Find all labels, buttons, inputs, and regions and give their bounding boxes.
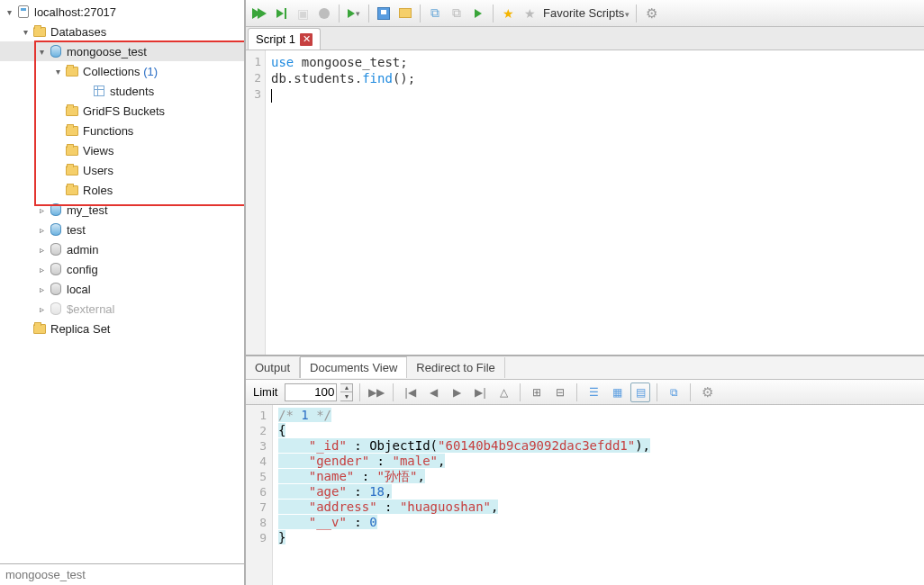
line-num: 4 [246, 454, 267, 469]
code-text: (); [393, 71, 415, 86]
chevron-right-icon[interactable]: ▹ [36, 284, 47, 294]
favorites-dropdown[interactable]: Favorite Scripts▾ [541, 6, 631, 20]
next-page-icon[interactable]: ▶ [447, 382, 467, 402]
json-view-icon[interactable]: ▤ [630, 382, 650, 402]
run-all-button[interactable] [249, 4, 269, 23]
star-off-icon[interactable]: ★ [520, 4, 539, 23]
tree-db-external[interactable]: ▹ $external [0, 299, 244, 319]
chevron-down-icon[interactable]: ▾ [4, 6, 14, 17]
folder-icon [65, 123, 79, 138]
tab-script-1[interactable]: Script 1 ✕ [248, 28, 321, 50]
gear-icon[interactable]: ⚙ [697, 382, 717, 402]
star-on-icon[interactable]: ★ [498, 4, 518, 23]
run-profile-button[interactable]: ▾ [344, 4, 364, 23]
tree-view-icon[interactable]: ☰ [584, 382, 603, 402]
sidebar: ▾ localhost:27017 ▾ Databases ▾ mongoose… [0, 0, 246, 585]
db-tree[interactable]: ▾ localhost:27017 ▾ Databases ▾ mongoose… [0, 0, 244, 563]
tree-db-mongoose-test[interactable]: ▾ mongoose_test [0, 41, 244, 61]
json-sep: : ObjectId( [347, 438, 438, 453]
json-key: "gender" [309, 454, 369, 468]
chevron-right-icon[interactable]: ▹ [36, 224, 47, 235]
json-sep: : [347, 515, 369, 529]
tree-collection-students[interactable]: · students [0, 81, 244, 101]
database-icon [49, 222, 63, 237]
result-code: /* 1 */ { "_id" : ObjectId("60140b4b9ca9… [273, 405, 656, 585]
stop-button[interactable] [314, 4, 334, 23]
limit-input[interactable] [285, 383, 337, 401]
tree-db-admin[interactable]: ▹ admin [0, 239, 244, 259]
open-button[interactable] [395, 4, 415, 23]
spin-up-icon[interactable]: ▲ [340, 384, 352, 393]
line-num: 2 [246, 423, 267, 438]
fast-forward-icon[interactable]: ▶▶ [367, 382, 386, 402]
text-cursor [271, 89, 272, 103]
json-val: "孙悟" [377, 469, 418, 483]
paste-button[interactable]: ⧉ [447, 4, 467, 23]
last-page-icon[interactable]: ▶| [470, 382, 490, 402]
tree-db-test[interactable]: ▹ test [0, 220, 244, 239]
result-viewer[interactable]: 1 2 3 4 5 6 7 8 9 /* 1 */ { "_id" : Obje… [246, 405, 924, 585]
tree-db-local[interactable]: ▹ local [0, 279, 244, 299]
code-editor[interactable]: 1 2 3 use mongoose_test; db.students.fin… [246, 50, 924, 356]
separator [657, 383, 657, 401]
chevron-right-icon[interactable]: ▹ [36, 264, 47, 274]
chevron-down-icon[interactable]: ▾ [20, 26, 31, 37]
chevron-right-icon[interactable]: ▹ [36, 244, 47, 255]
copy-button[interactable]: ⧉ [425, 4, 445, 23]
remove-icon[interactable]: ⊟ [550, 382, 570, 402]
json-val: "60140b4b9ca9092dac3efdd1" [438, 438, 635, 453]
tree-roles[interactable]: Roles [0, 180, 244, 200]
spin-down-icon[interactable]: ▼ [340, 392, 352, 400]
tree-replica[interactable]: Replica Set [0, 319, 244, 338]
db-label: $external [67, 302, 114, 316]
limit-spinner[interactable]: ▲ ▼ [340, 383, 353, 401]
tree-collections[interactable]: ▾ Collections (1) [0, 61, 244, 81]
subfolder-label: Views [83, 144, 113, 158]
tree-users[interactable]: Users [0, 160, 244, 180]
json-sep: , [417, 469, 424, 483]
tab-redirect[interactable]: Redirect to File [407, 357, 504, 378]
run-button[interactable] [271, 4, 291, 23]
step-button[interactable]: ▣ [293, 4, 313, 23]
json-sep: : [377, 500, 400, 514]
json-val: 0 [369, 515, 376, 529]
brace: } [278, 530, 285, 544]
first-page-icon[interactable]: |◀ [400, 382, 420, 402]
tree-db-config[interactable]: ▹ config [0, 259, 244, 279]
chevron-right-icon[interactable]: ▹ [36, 204, 47, 215]
tree-views[interactable]: Views [0, 140, 244, 160]
db-label: mongoose_test [67, 45, 147, 58]
line-num: 9 [246, 530, 267, 545]
chevron-right-icon[interactable]: ▹ [36, 303, 47, 314]
tab-documents-view[interactable]: Documents View [300, 356, 407, 378]
server-icon [16, 4, 31, 19]
tab-output[interactable]: Output [246, 357, 300, 378]
code-text: mongoose_test; [294, 55, 407, 69]
tree-functions[interactable]: Functions [0, 121, 244, 140]
db-label: test [67, 223, 86, 237]
table-view-icon[interactable]: ▦ [607, 382, 627, 402]
collections-label: Collections [83, 65, 140, 78]
editor-code[interactable]: use mongoose_test; db.students.find(); [266, 50, 924, 355]
tree-db-mytest[interactable]: ▹ my_test [0, 200, 244, 220]
up-icon[interactable]: △ [494, 382, 513, 402]
add-icon[interactable]: ⊞ [527, 382, 547, 402]
save-button[interactable] [374, 4, 394, 23]
prev-page-icon[interactable]: ◀ [423, 382, 443, 402]
gear-icon[interactable]: ⚙ [641, 4, 661, 23]
database-icon [49, 44, 63, 58]
chevron-down-icon[interactable]: ▾ [36, 46, 47, 57]
chevron-down-icon[interactable]: ▾ [52, 66, 63, 76]
separator [393, 383, 394, 401]
db-label: config [67, 263, 98, 276]
copy-result-icon[interactable]: ⧉ [664, 382, 684, 402]
database-icon [49, 242, 63, 256]
tree-databases[interactable]: ▾ Databases [0, 22, 244, 41]
json-sep: , [438, 454, 445, 468]
close-icon[interactable]: ✕ [300, 33, 313, 46]
json-key: "_id" [309, 438, 347, 453]
tree-gridfs[interactable]: GridFS Buckets [0, 101, 244, 121]
run-green-button[interactable] [468, 4, 488, 23]
collections-count: (1) [143, 65, 158, 78]
tree-root[interactable]: ▾ localhost:27017 [0, 2, 244, 22]
